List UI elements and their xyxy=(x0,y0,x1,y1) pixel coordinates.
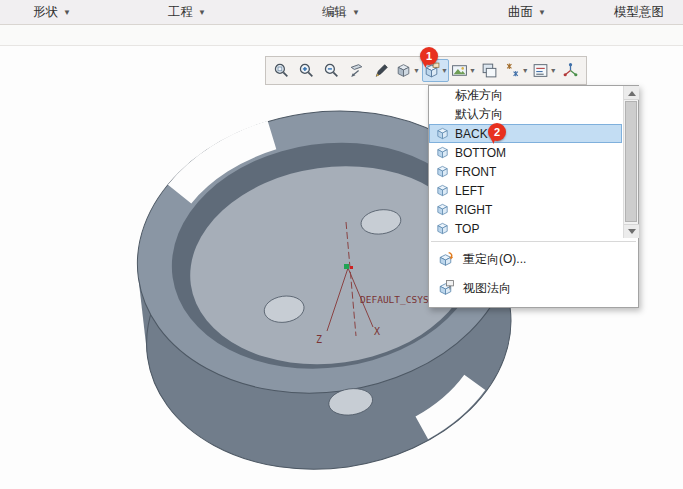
menu-item-view-normal[interactable]: 视图法向 xyxy=(429,274,638,303)
view-normal-icon xyxy=(436,279,455,298)
chevron-down-icon: ▼ xyxy=(469,67,476,74)
image-capture-button[interactable]: ▼ xyxy=(450,59,477,82)
menu-item-bottom[interactable]: BOTTOM xyxy=(429,143,622,162)
ribbon-tab-label: 形状 xyxy=(33,4,58,21)
callout-step-1: 1 xyxy=(420,47,438,65)
scroll-up-button[interactable] xyxy=(624,86,639,100)
menu-item-label: 默认方向 xyxy=(455,106,503,123)
zoom-out-icon xyxy=(323,62,340,79)
chevron-down-icon: ▼ xyxy=(63,8,71,17)
menu-item-label: LEFT xyxy=(455,184,484,198)
chevron-down-icon: ▼ xyxy=(550,67,557,74)
zoom-in-button[interactable] xyxy=(294,59,318,82)
refit-button[interactable] xyxy=(344,59,368,82)
repaint-button[interactable] xyxy=(369,59,393,82)
scrollbar-thumb[interactable] xyxy=(625,101,637,222)
menu-item-label: RIGHT xyxy=(455,203,492,217)
cube-icon xyxy=(435,164,450,179)
axis-label-z: Z xyxy=(316,334,322,345)
triangle-down-icon xyxy=(628,229,636,238)
menu-item-default-orientation[interactable]: 默认方向 xyxy=(429,105,622,124)
callout-number: 1 xyxy=(426,50,432,62)
ribbon-tab-shape[interactable]: 形状▼ xyxy=(33,0,71,25)
menu-item-left[interactable]: LEFT xyxy=(429,181,622,200)
menu-item-label: FRONT xyxy=(455,165,496,179)
annotation-display-icon xyxy=(532,62,549,79)
zoom-in-icon xyxy=(298,62,315,79)
zoom-out-button[interactable] xyxy=(319,59,343,82)
orientation-menu: 标准方向 默认方向 BACK BOTTOM FRONT LEFT RIGHT xyxy=(428,85,639,308)
spin-center-icon xyxy=(562,62,579,79)
reorient-icon xyxy=(436,250,455,269)
image-capture-icon xyxy=(451,62,468,79)
ribbon-bar: 形状▼ 工程▼ 编辑▼ 曲面▼ 模型意图 xyxy=(0,0,683,25)
cube-icon xyxy=(435,126,450,141)
ribbon-tab-label: 曲面 xyxy=(508,4,533,21)
chevron-down-icon: ▼ xyxy=(352,8,360,17)
orientation-menu-list: 标准方向 默认方向 BACK BOTTOM FRONT LEFT RIGHT xyxy=(429,86,638,238)
triangle-up-icon xyxy=(628,87,636,96)
ribbon-lower-strip xyxy=(0,25,683,46)
menu-item-label: BACK xyxy=(455,127,488,141)
ribbon-tab-label: 模型意图 xyxy=(614,4,664,21)
menu-item-label: TOP xyxy=(455,222,479,236)
menu-item-reorient[interactable]: 重定向(O)... xyxy=(429,245,638,274)
display-style-icon xyxy=(395,62,412,79)
zoom-region-icon xyxy=(273,62,290,79)
chevron-down-icon: ▼ xyxy=(441,67,448,74)
datum-display-icon xyxy=(504,62,521,79)
spin-center-button[interactable] xyxy=(559,59,583,82)
datum-display-button[interactable]: ▼ xyxy=(503,59,530,82)
callout-number: 2 xyxy=(494,126,500,138)
callout-step-2: 2 xyxy=(488,123,506,141)
menu-item-back[interactable]: BACK xyxy=(429,124,622,143)
ribbon-tab-label: 编辑 xyxy=(322,4,347,21)
menu-item-front[interactable]: FRONT xyxy=(429,162,622,181)
cube-icon xyxy=(435,145,450,160)
repaint-icon xyxy=(373,62,390,79)
zoom-region-button[interactable] xyxy=(269,59,293,82)
csys-marker xyxy=(344,264,349,269)
chevron-down-icon: ▼ xyxy=(522,67,529,74)
view-manager-button[interactable] xyxy=(478,59,502,82)
cube-icon xyxy=(435,183,450,198)
menu-item-label: 标准方向 xyxy=(455,87,503,104)
cube-icon xyxy=(435,202,450,217)
menu-item-label: 重定向(O)... xyxy=(463,251,526,268)
ribbon-tab-model-intent[interactable]: 模型意图 xyxy=(614,0,664,25)
chevron-down-icon: ▼ xyxy=(413,67,420,74)
menu-item-label: 视图法向 xyxy=(463,280,511,297)
chevron-down-icon: ▼ xyxy=(198,8,206,17)
menu-scrollbar[interactable] xyxy=(623,86,638,238)
scroll-down-button[interactable] xyxy=(624,224,639,238)
chevron-down-icon: ▼ xyxy=(538,8,546,17)
cube-icon xyxy=(435,221,450,236)
ribbon-tab-engineering[interactable]: 工程▼ xyxy=(168,0,206,25)
menu-item-right[interactable]: RIGHT xyxy=(429,200,622,219)
refit-icon xyxy=(348,62,365,79)
view-manager-icon xyxy=(481,62,498,79)
cad-application-window: 形状▼ 工程▼ 编辑▼ 曲面▼ 模型意图 xyxy=(0,0,683,489)
menu-separator xyxy=(431,241,636,242)
menu-item-top[interactable]: TOP xyxy=(429,219,622,238)
axis-label-x: X xyxy=(374,326,380,337)
ribbon-tab-edit[interactable]: 编辑▼ xyxy=(322,0,360,25)
ribbon-tab-label: 工程 xyxy=(168,4,193,21)
display-style-button[interactable]: ▼ xyxy=(394,59,421,82)
csys-origin-dot xyxy=(350,266,353,269)
annotation-display-button[interactable]: ▼ xyxy=(531,59,558,82)
ribbon-tab-surface[interactable]: 曲面▼ xyxy=(508,0,546,25)
menu-item-standard-orientation[interactable]: 标准方向 xyxy=(429,86,622,105)
csys-label: DEFAULT_CSYS xyxy=(360,294,429,305)
menu-item-label: BOTTOM xyxy=(455,146,506,160)
